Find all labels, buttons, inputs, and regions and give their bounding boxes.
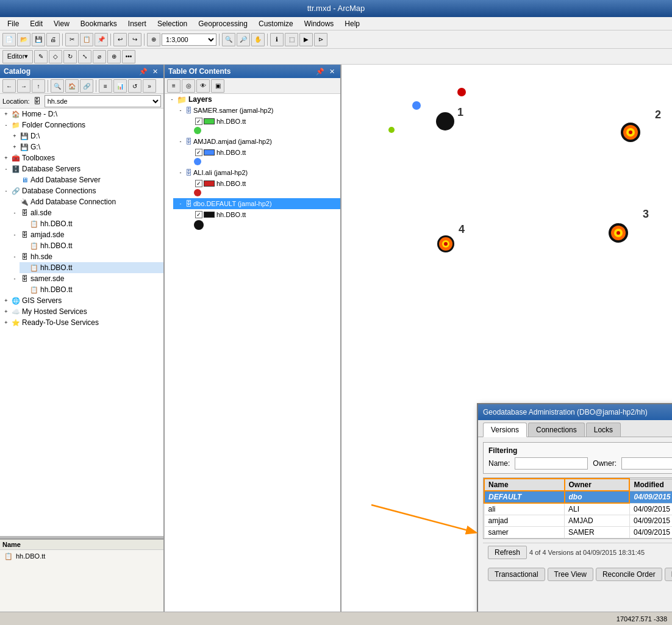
editor-dropdown[interactable]: Editor▾ (2, 50, 33, 63)
tree-folder-conn[interactable]: - 📁 Folder Connections (0, 120, 163, 130)
footer-tab-historical[interactable]: Historical (665, 568, 672, 581)
tree-toolboxes[interactable]: + 🧰 Toolboxes (0, 152, 163, 163)
cat-more[interactable]: » (143, 79, 156, 93)
tab-connections[interactable]: Connections (528, 423, 585, 437)
map-area[interactable]: 1 2 4 (341, 65, 672, 612)
tree-home[interactable]: + 🏠 Home - D:\ (0, 109, 163, 120)
toc-amjad-dbo-tt[interactable]: hh.DBO.tt (182, 147, 340, 158)
menu-insert[interactable]: Insert (123, 19, 151, 29)
tree-db-connections[interactable]: - 🔗 Database Connections (0, 185, 163, 196)
cat-refresh[interactable]: ↺ (128, 79, 141, 93)
amjad-dbo-checkbox[interactable] (195, 149, 202, 156)
tree-hh-sde[interactable]: - 🗄 hh.sde (10, 251, 163, 262)
tree-d-drive[interactable]: + 💾 D:\ (10, 130, 163, 141)
tree-samer-sde[interactable]: - 🗄 samer.sde (10, 273, 163, 284)
menu-windows[interactable]: Windows (299, 19, 339, 29)
cat-search[interactable]: 🔍 (51, 79, 64, 93)
toc-close-btn[interactable]: ✕ (327, 68, 337, 76)
menu-file[interactable]: File (2, 19, 24, 29)
tb-more1[interactable]: ▶ (299, 33, 313, 46)
tb-zoom-out[interactable]: 🔎 (237, 33, 250, 46)
tb-select[interactable]: ⬚ (285, 33, 298, 46)
cat-home[interactable]: 🏠 (65, 79, 79, 93)
toc-samer-dbo-tt[interactable]: hh.DBO.tt (182, 116, 340, 127)
filter-owner-combo[interactable] (621, 457, 672, 470)
editor-merge[interactable]: ⊕ (107, 50, 121, 63)
toc-vis[interactable]: 👁 (196, 79, 210, 93)
table-row-amjad[interactable]: amjad AMJAD 04/09/2015 18:30:12 (484, 515, 672, 527)
menu-customize[interactable]: Customize (254, 19, 298, 29)
tb-cut[interactable]: ✂ (65, 33, 79, 46)
menu-edit[interactable]: Edit (25, 19, 48, 29)
tree-g-drive[interactable]: + 💾 G:\ (10, 141, 163, 152)
cat-up[interactable]: ↑ (32, 79, 45, 93)
default-dbo-checkbox[interactable] (195, 211, 202, 218)
tree-gis-servers[interactable]: + 🌐 GIS Servers (0, 295, 163, 306)
toc-amjad-group[interactable]: - 🗄 AMJAD.amjad (jamal-hp2) (173, 136, 340, 147)
tree-samer-hh-dbo[interactable]: 📋 hh.DBO.tt (20, 284, 163, 295)
tree-hosted-services[interactable]: + ☁️ My Hosted Services (0, 306, 163, 317)
toc-ali-group[interactable]: - 🗄 ALI.ali (jamal-hp2) (173, 167, 340, 178)
editor-scale[interactable]: ⤡ (78, 50, 91, 63)
tree-amjad-hh-dbo[interactable]: 📋 hh.DBO.tt (20, 240, 163, 251)
name-item-hh-dbo-tt[interactable]: 📋 hh.DBO.tt (0, 550, 163, 562)
tb-pan[interactable]: ✋ (251, 33, 265, 46)
tb-more2[interactable]: ⊳ (314, 33, 327, 46)
tb-save[interactable]: 💾 (32, 33, 45, 46)
tree-add-db-server[interactable]: 🖥 Add Database Server (10, 174, 163, 185)
toc-sel[interactable]: ▣ (211, 79, 224, 93)
editor-rotate[interactable]: ↻ (63, 50, 77, 63)
catalog-pin-btn[interactable]: 📌 (137, 68, 149, 76)
editor-edit[interactable]: ✎ (34, 50, 48, 63)
tb-new[interactable]: 📄 (2, 33, 16, 46)
tree-add-db-conn[interactable]: 🔌 Add Database Connection (10, 196, 163, 207)
tb-open[interactable]: 📂 (17, 33, 30, 46)
tree-ready-services[interactable]: + ⭐ Ready-To-Use Services (0, 317, 163, 328)
toc-ali-dbo-tt[interactable]: hh.DBO.tt (182, 178, 340, 189)
editor-more[interactable]: ••• (122, 50, 135, 63)
toc-default-group[interactable]: - 🗄 dbo.DEFAULT (jamal-hp2) (173, 198, 340, 209)
catalog-close-btn[interactable]: ✕ (151, 68, 160, 76)
samer-dbo-checkbox[interactable] (195, 118, 202, 125)
toc-pin-btn[interactable]: 📌 (314, 68, 326, 76)
editor-split[interactable]: ⌀ (93, 50, 106, 63)
location-combo[interactable]: hh.sde (45, 95, 161, 107)
tb-zoom-in[interactable]: 🔍 (222, 33, 235, 46)
tab-locks[interactable]: Locks (586, 423, 621, 437)
tree-db-servers[interactable]: - 🗄️ Database Servers (0, 163, 163, 174)
menu-bookmarks[interactable]: Bookmarks (76, 19, 122, 29)
tb-copy[interactable]: 📋 (80, 33, 93, 46)
footer-tab-tree-view[interactable]: Tree View (548, 568, 593, 581)
table-row-default[interactable]: DEFAULT dbo 04/09/2015 18:24:41 (484, 491, 672, 503)
tb-paste[interactable]: 📌 (95, 33, 108, 46)
tb-print[interactable]: 🖨 (46, 33, 60, 46)
menu-selection[interactable]: Selection (152, 19, 192, 29)
cat-fwd[interactable]: → (17, 79, 30, 93)
tb-undo[interactable]: ↩ (113, 33, 127, 46)
refresh-button[interactable]: Refresh (488, 546, 527, 559)
menu-view[interactable]: View (49, 19, 74, 29)
tree-amjad-sde[interactable]: - 🗄 amjad.sde (10, 229, 163, 240)
toc-samer-group[interactable]: - 🗄 SAMER.samer (jamal-hp2) (173, 105, 340, 116)
table-row-samer[interactable]: samer SAMER 04/09/2015 18:30:31 (484, 527, 672, 538)
menu-help[interactable]: Help (340, 19, 365, 29)
cat-list[interactable]: ≡ (99, 79, 112, 93)
tree-ali-sde[interactable]: - 🗄 ali.sde (10, 207, 163, 218)
toc-list[interactable]: ≡ (167, 79, 181, 93)
toc-default-dbo-tt[interactable]: hh.DBO.tt (182, 209, 340, 220)
editor-vertex[interactable]: ◇ (49, 50, 62, 63)
table-row-ali[interactable]: ali ALI 04/09/2015 18:30:22 (484, 503, 672, 515)
toc-layers-root[interactable]: - 📁 Layers (165, 94, 340, 105)
tab-versions[interactable]: Versions (483, 423, 527, 437)
ali-dbo-checkbox[interactable] (195, 180, 202, 187)
cat-back[interactable]: ← (2, 79, 16, 93)
tree-ali-hh-dbo[interactable]: 📋 hh.DBO.tt (20, 218, 163, 229)
footer-tab-reconcile[interactable]: Reconcile Order (596, 568, 662, 581)
cat-connect[interactable]: 🔗 (80, 79, 93, 93)
tree-hh-hh-dbo[interactable]: 📋 hh.DBO.tt (20, 262, 163, 273)
footer-tab-transactional[interactable]: Transactional (488, 568, 545, 581)
cat-details[interactable]: 📊 (113, 79, 127, 93)
scale-combo[interactable]: 1:3,000 (162, 34, 216, 46)
tb-identify[interactable]: ℹ (270, 33, 284, 46)
tb-redo[interactable]: ↪ (128, 33, 141, 46)
